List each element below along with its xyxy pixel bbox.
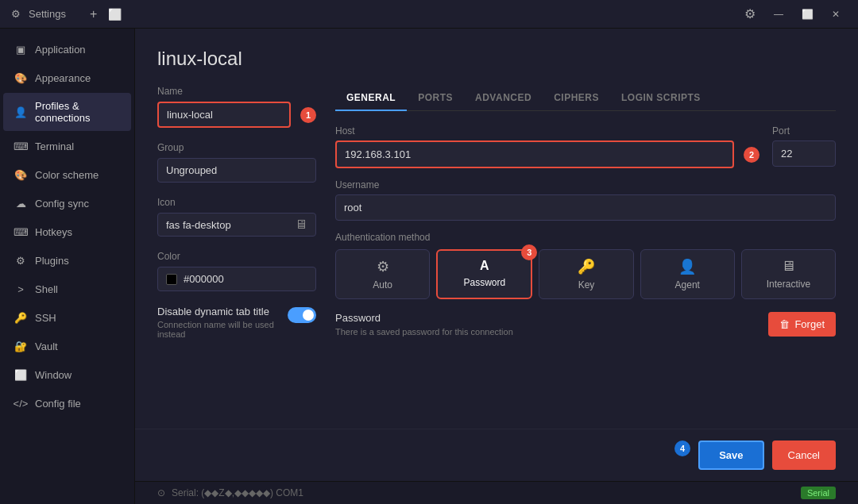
username-group: Username [335,179,836,221]
sidebar-item-vault[interactable]: 🔐 Vault [3,333,131,360]
dialog-footer: 4 Save Cancel [135,429,858,481]
port-group: Port [772,125,836,168]
hotkeys-icon: ⌨ [14,225,27,238]
appearance-icon: 🎨 [14,71,27,84]
color-hex: #000000 [184,273,224,285]
app-icon: ⚙ [10,8,22,21]
icon-label: Icon [157,197,316,208]
icon-value: fas fa-desktop [166,219,295,231]
host-port-row: Host 2 Port [335,125,836,168]
vault-icon: 🔐 [14,340,27,352]
key-icon: 🔑 [578,258,595,275]
sidebar-item-window[interactable]: ⬜ Window [3,361,131,388]
application-icon: ▣ [14,43,27,56]
tab-general[interactable]: GENERAL [335,86,407,111]
close-button[interactable]: ✕ [823,5,848,24]
color-label: Color [157,251,316,262]
tab-bar: + ⬜ [85,7,125,21]
tab-bar-general: GENERAL PORTS ADVANCED CIPHERS LOGIN SCR… [335,86,836,111]
tab-login-scripts[interactable]: LOGIN SCRIPTS [610,86,712,111]
cancel-button[interactable]: Cancel [772,441,836,470]
auth-key[interactable]: 🔑 Key [539,249,633,299]
auth-method-section: Authentication method ⚙ Auto A Password … [335,232,836,299]
auth-interactive-label: Interactive [767,279,810,290]
forget-icon: 🗑 [779,318,790,330]
titlebar: ⚙ Settings + ⬜ ⚙ — ⬜ ✕ [0,0,858,29]
ssh-icon: 🔑 [14,311,27,324]
auth-interactive[interactable]: 🖥 Interactive [741,249,836,299]
sidebar-item-terminal[interactable]: ⌨ Terminal [3,133,131,160]
sidebar-item-color-scheme[interactable]: 🎨 Color scheme [3,161,131,188]
sidebar-label-plugins: Plugins [35,255,69,267]
port-input[interactable] [772,140,836,167]
tab-advanced[interactable]: ADVANCED [464,86,543,111]
sidebar-item-appearance[interactable]: 🎨 Appearance [3,64,131,91]
color-field-group: Color #000000 [157,251,316,291]
host-label: Host [335,125,759,137]
toggle-switch[interactable] [288,307,316,323]
panel: linux-local Name 1 Group [135,29,858,429]
status-left: ⊙ Serial: (◆◆Z◆,◆◆◆◆◆) COM1 [157,487,303,498]
toggle-sub: Connection name will be used instead [157,320,278,339]
minimize-button[interactable]: — [766,5,791,24]
sidebar-item-profiles[interactable]: 👤 Profiles & connections [3,93,131,131]
status-bar: ⊙ Serial: (◆◆Z◆,◆◆◆◆◆) COM1 Serial [135,481,858,504]
sidebar-label-profiles: Profiles & connections [35,100,120,124]
interactive-icon: 🖥 [781,258,795,275]
name-label: Name [157,86,316,97]
password-section: Password There is a saved password for t… [335,312,836,337]
sidebar-item-plugins[interactable]: ⚙ Plugins [3,247,131,274]
maximize-button[interactable]: ⬜ [794,5,820,24]
terminal-icon: ⌨ [14,140,27,152]
gear-button[interactable]: ⚙ [737,5,763,24]
group-label: Group [157,142,316,153]
panel-title: linux-local [157,48,836,70]
tab-ports[interactable]: PORTS [407,86,464,111]
new-tab-btn[interactable]: + [85,7,102,21]
plugins-icon: ⚙ [14,254,27,267]
group-input[interactable] [157,158,316,183]
shell-icon: > [14,283,27,295]
username-input[interactable] [335,194,836,221]
step-badge-2: 2 [744,147,759,163]
sidebar-item-application[interactable]: ▣ Application [3,36,131,63]
sidebar-label-ssh: SSH [35,312,56,324]
desktop-icon: 🖥 [295,217,307,232]
group-field-group: Group [157,142,316,183]
toggle-title: Disable dynamic tab title [157,306,278,317]
toggle-text: Disable dynamic tab title Connection nam… [157,306,278,339]
save-button[interactable]: Save [698,441,763,470]
tab-ciphers[interactable]: CIPHERS [543,86,610,111]
color-swatch [166,274,177,285]
profiles-icon: 👤 [14,106,27,118]
config-file-icon: </> [14,397,27,410]
right-column: GENERAL PORTS ADVANCED CIPHERS LOGIN SCR… [335,86,836,416]
host-group: Host 2 [335,125,759,168]
serial-text: Serial: (◆◆Z◆,◆◆◆◆◆) COM1 [172,487,303,498]
step-badge-3: 3 [521,244,537,260]
name-input[interactable] [157,102,291,128]
port-label: Port [772,125,836,137]
serial-badge: Serial [801,487,836,499]
icon-field-group: Icon fas fa-desktop 🖥 [157,197,316,237]
icon-selector[interactable]: fas fa-desktop 🖥 [157,213,316,237]
color-selector[interactable]: #000000 [157,267,316,291]
config-sync-icon: ☁ [14,197,27,210]
auth-auto[interactable]: ⚙ Auto [335,249,430,299]
sidebar-item-config-file[interactable]: </> Config file [3,390,131,417]
color-scheme-icon: 🎨 [14,168,27,181]
forget-button[interactable]: 🗑 Forget [768,312,836,337]
password-title: Password [335,312,513,324]
agent-icon: 👤 [678,258,696,275]
sidebar-item-ssh[interactable]: 🔑 SSH [3,304,131,331]
auth-agent[interactable]: 👤 Agent [640,249,735,299]
panel-body: Name 1 Group Icon fas fa-desktop [157,86,836,416]
sidebar-item-config-sync[interactable]: ☁ Config sync [3,190,131,217]
host-input[interactable] [335,140,734,168]
app-title: Settings [29,8,66,20]
tab-icon[interactable]: ⬜ [105,8,125,21]
sidebar-item-hotkeys[interactable]: ⌨ Hotkeys [3,218,131,245]
auth-password[interactable]: A Password 3 [436,249,532,299]
sidebar-item-shell[interactable]: > Shell [3,275,131,302]
sidebar-label-config-file: Config file [35,398,81,410]
